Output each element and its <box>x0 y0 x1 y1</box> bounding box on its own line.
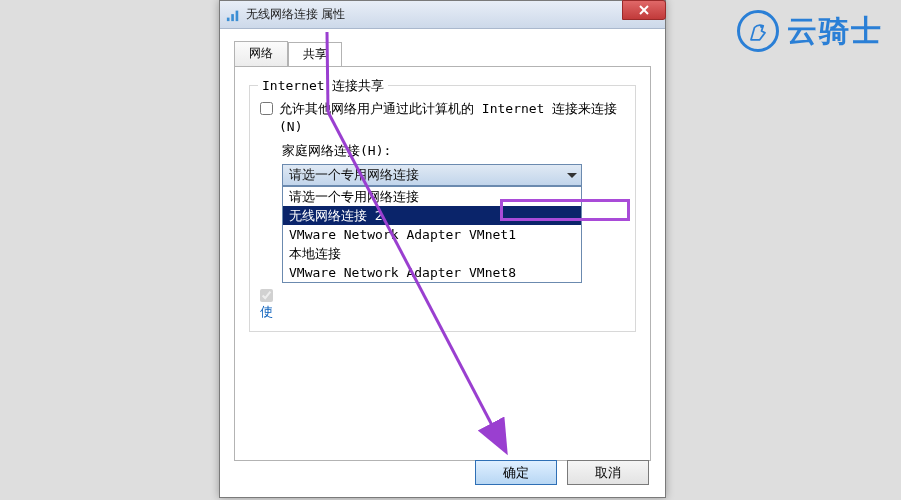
knight-icon <box>737 10 779 52</box>
tab-network[interactable]: 网络 <box>234 41 288 66</box>
network-icon <box>226 8 240 22</box>
cancel-button[interactable]: 取消 <box>567 460 649 485</box>
groupbox-ics: Internet 连接共享 允许其他网络用户通过此计算机的 Internet 连… <box>249 85 636 332</box>
home-network-dropdown[interactable]: 请选一个专用网络连接 <box>282 164 582 186</box>
ok-button[interactable]: 确定 <box>475 460 557 485</box>
close-icon <box>639 5 649 15</box>
list-item[interactable]: 请选一个专用网络连接 <box>283 187 581 206</box>
svg-rect-1 <box>231 14 234 21</box>
titlebar: 无线网络连接 属性 <box>220 1 665 29</box>
close-button[interactable] <box>622 0 666 20</box>
settings-link-prefix[interactable]: 使 <box>260 304 273 319</box>
tab-share[interactable]: 共享 <box>288 42 342 67</box>
svg-rect-0 <box>227 17 230 21</box>
brand-logo: 云骑士 <box>737 10 883 52</box>
home-network-label: 家庭网络连接(H): <box>282 142 625 160</box>
list-item-selected[interactable]: 无线网络连接 2 <box>283 206 581 225</box>
brand-text: 云骑士 <box>787 11 883 52</box>
tab-panel-share: Internet 连接共享 允许其他网络用户通过此计算机的 Internet 连… <box>234 66 651 461</box>
groupbox-title: Internet 连接共享 <box>258 77 388 95</box>
svg-point-5 <box>760 25 763 28</box>
dialog-body: 网络 共享 Internet 连接共享 允许其他网络用户通过此计算机的 Inte… <box>220 29 665 457</box>
list-item[interactable]: VMware Network Adapter VMnet1 <box>283 225 581 244</box>
checkbox-allow-control[interactable] <box>260 289 273 302</box>
list-item[interactable]: 本地连接 <box>283 244 581 263</box>
dropdown-selected: 请选一个专用网络连接 <box>289 166 419 184</box>
window-title: 无线网络连接 属性 <box>246 6 345 23</box>
svg-rect-2 <box>236 10 239 21</box>
chevron-down-icon <box>567 173 577 178</box>
list-item[interactable]: VMware Network Adapter VMnet8 <box>283 263 581 282</box>
checkbox-allow-share-label: 允许其他网络用户通过此计算机的 Internet 连接来连接(N) <box>279 100 625 136</box>
properties-dialog: 无线网络连接 属性 网络 共享 Internet 连接共享 允许其他网络用户通过… <box>219 0 666 498</box>
dropdown-list: 请选一个专用网络连接 无线网络连接 2 VMware Network Adapt… <box>282 186 582 283</box>
checkbox-allow-share[interactable] <box>260 102 273 115</box>
